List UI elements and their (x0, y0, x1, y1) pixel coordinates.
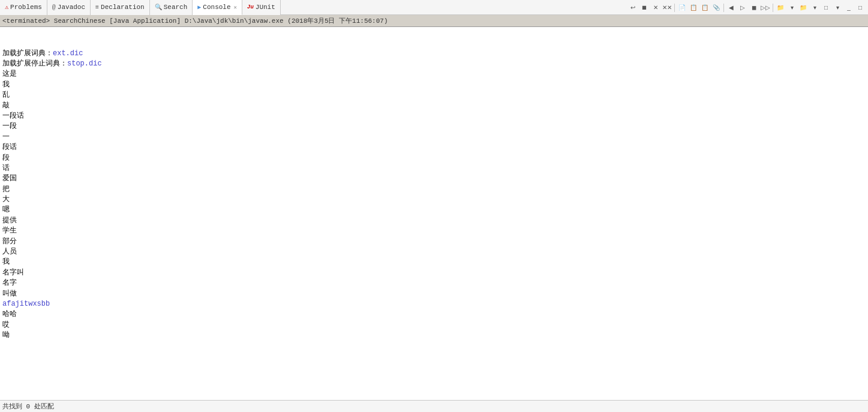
btn-more[interactable]: ▾ (832, 2, 843, 13)
btn-maximize[interactable]: □ (855, 2, 866, 13)
console-container: 加载扩展词典：ext.dic加载扩展停止词典：stop.dic这是我乱敲一段话一… (0, 27, 868, 412)
separator-2 (723, 4, 724, 12)
line-suffix: stop.dic (67, 59, 102, 68)
console-line: 这是 (2, 69, 858, 79)
tab-javadoc-label: Javadoc (58, 4, 85, 11)
console-line: afajitwxsbb (2, 299, 858, 309)
bottom-status-bar: 共找到 0 处匹配 (0, 400, 868, 412)
console-line: 呦 (2, 330, 858, 341)
btn-open[interactable]: 📁 (775, 2, 786, 13)
tab-console-label: Console (203, 4, 230, 11)
toolbar-right: ↩ ⏹ ✕ ✕✕ 📄 📋 📋 📎 ◀ ▷ ◼ ▷▷ 📁 ▾ 📁 ▾ □ ▾ _ … (625, 0, 868, 15)
tab-search-label: Search (164, 4, 188, 11)
console-line: 把 (2, 184, 858, 195)
btn-copy[interactable]: 📋 (688, 2, 699, 13)
console-line: 我 (2, 257, 858, 267)
console-output: 加载扩展词典：ext.dic加载扩展停止词典：stop.dic这是我乱敲一段话一… (2, 28, 858, 341)
status-text: <terminated> SearchChinese [Java Applica… (2, 16, 388, 25)
console-line: 学生 (2, 226, 858, 236)
console-icon: ▶ (197, 4, 201, 11)
console-line: 名字叫 (2, 268, 858, 278)
btn-prev[interactable]: ◀ (726, 2, 737, 13)
console-close-icon[interactable]: ✕ (234, 4, 237, 11)
btn-expand[interactable]: ▷▷ (760, 2, 771, 13)
btn-back[interactable]: ↩ (627, 2, 638, 13)
console-line: 一段 (2, 121, 858, 132)
console-line: 我 (2, 80, 858, 90)
tab-problems[interactable]: ⚠ Problems (0, 0, 47, 15)
console-line: 加载扩展词典：ext.dic (2, 49, 858, 59)
match-count: 共找到 0 处匹配 (2, 402, 54, 411)
tab-javadoc[interactable]: @ Javadoc (47, 0, 91, 15)
console-line: 人员 (2, 247, 858, 257)
btn-new-console[interactable]: 📄 (677, 2, 687, 13)
tab-problems-label: Problems (10, 4, 42, 11)
console-line: 提供 (2, 216, 858, 226)
btn-paste[interactable]: 📋 (699, 2, 710, 13)
console-line: 哎 (2, 320, 858, 330)
tab-declaration-label: Declaration (101, 4, 145, 11)
separator-3 (773, 4, 773, 12)
javadoc-icon: @ (52, 4, 56, 11)
console-line: 一段话 (2, 111, 858, 121)
console-line: 加载扩展停止词典：stop.dic (2, 59, 858, 69)
problems-icon: ⚠ (5, 4, 8, 11)
btn-minimize[interactable]: _ (843, 2, 854, 13)
tab-declaration[interactable]: ≡ Declaration (91, 0, 150, 15)
btn-save-dropdown[interactable]: ▾ (809, 2, 820, 13)
console-line: 一 (2, 132, 858, 142)
console-line: 哈哈 (2, 309, 858, 320)
btn-pin[interactable]: □ (821, 2, 831, 13)
btn-terminate-all[interactable]: ✕✕ (662, 2, 672, 13)
btn-save[interactable]: 📁 (798, 2, 809, 13)
btn-terminate[interactable]: ✕ (650, 2, 661, 13)
tab-junit[interactable]: Ju JUnit (242, 0, 281, 15)
console-line: 爱国 (2, 174, 858, 184)
btn-open-dropdown[interactable]: ▾ (786, 2, 797, 13)
console-line: 话 (2, 163, 858, 174)
output-area[interactable]: 加载扩展词典：ext.dic加载扩展停止词典：stop.dic这是我乱敲一段话一… (0, 27, 868, 400)
console-line: 段话 (2, 142, 858, 153)
console-line: 乱 (2, 90, 858, 100)
console-line: 大 (2, 195, 858, 205)
console-line: 叫做 (2, 289, 858, 299)
btn-stop[interactable]: ⏹ (639, 2, 650, 13)
separator-1 (674, 4, 675, 12)
tab-search[interactable]: 🔍 Search (150, 0, 193, 15)
declaration-icon: ≡ (95, 4, 99, 11)
console-line: 部分 (2, 237, 858, 247)
tab-junit-label: JUnit (256, 4, 275, 11)
console-line: 段 (2, 153, 858, 163)
btn-collapse[interactable]: ◼ (749, 2, 759, 13)
btn-attach[interactable]: 📎 (711, 2, 722, 13)
console-line: 敲 (2, 101, 858, 111)
junit-icon: Ju (247, 4, 254, 10)
tab-console[interactable]: ▶ Console ✕ (193, 0, 242, 15)
line-suffix: ext.dic (53, 49, 83, 58)
console-line: 嗯 (2, 205, 858, 215)
console-line: 名字 (2, 278, 858, 288)
search-icon: 🔍 (155, 4, 162, 11)
btn-next[interactable]: ▷ (737, 2, 748, 13)
status-bar: <terminated> SearchChinese [Java Applica… (0, 15, 868, 27)
tab-bar: ⚠ Problems @ Javadoc ≡ Declaration 🔍 Sea… (0, 0, 868, 15)
